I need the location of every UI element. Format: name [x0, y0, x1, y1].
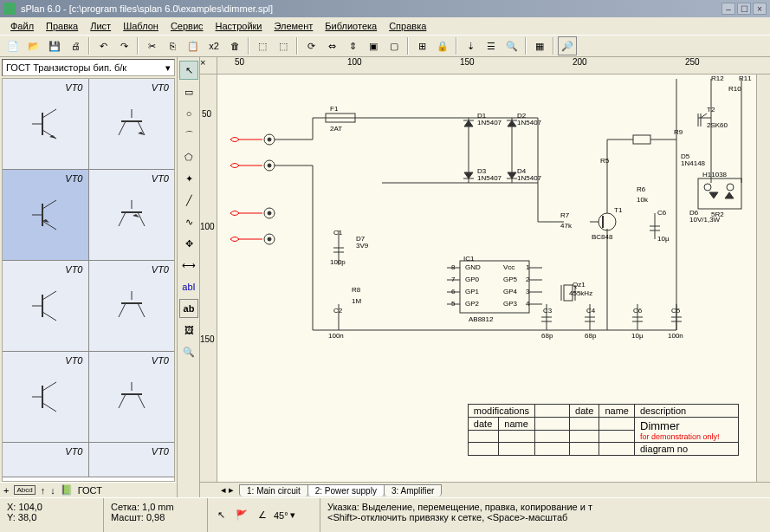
- status-x: X: 104,0: [7, 502, 96, 512]
- front-button[interactable]: ▣: [364, 36, 383, 55]
- maximize-button[interactable]: ☐: [737, 3, 751, 15]
- library-item[interactable]: VT0: [3, 79, 89, 169]
- svg-line-26: [119, 303, 126, 317]
- svg-marker-56: [508, 120, 516, 127]
- menu-settings[interactable]: Настройки: [210, 19, 268, 33]
- comp-ref: R5: [600, 157, 609, 165]
- lib-add-icon[interactable]: +: [3, 485, 9, 496]
- svg-rect-112: [698, 178, 741, 209]
- library-item[interactable]: VT0: [89, 261, 175, 351]
- comp-ref: R8: [352, 286, 360, 294]
- menu-sheet[interactable]: Лист: [85, 19, 116, 33]
- status-y: Y: 38,0: [7, 512, 96, 522]
- node-tool[interactable]: ✥: [179, 234, 198, 253]
- renumber-button[interactable]: ⇣: [461, 36, 480, 55]
- redo-button[interactable]: ↷: [114, 36, 133, 55]
- demo-note: for demonstration only!: [640, 432, 733, 441]
- library-item[interactable]: VT0: [3, 443, 89, 477]
- comp-val: AB8812: [469, 315, 493, 323]
- scrollbar-vertical[interactable]: [756, 75, 770, 482]
- print-button[interactable]: 🖨: [66, 36, 85, 55]
- polygon-tool[interactable]: ⬠: [179, 147, 198, 166]
- comp-val: 100n: [328, 332, 344, 340]
- pointer-tool[interactable]: ↖: [179, 61, 198, 80]
- mirror-h-button[interactable]: ⇔: [322, 36, 341, 55]
- menu-element[interactable]: Элемент: [269, 19, 318, 33]
- svg-point-41: [268, 164, 271, 167]
- drawing-canvas[interactable]: F1 2AT D1 1N5407 D2 1N5407 D3 1N5407 D4 …: [217, 75, 756, 482]
- lib-up-icon[interactable]: ↑: [41, 485, 46, 496]
- svg-marker-116: [709, 192, 718, 198]
- open-button[interactable]: 📂: [24, 36, 43, 55]
- back-button[interactable]: ▢: [385, 36, 404, 55]
- save-button[interactable]: 💾: [45, 36, 64, 55]
- library-item[interactable]: VT0: [89, 79, 175, 169]
- minimize-button[interactable]: –: [721, 3, 735, 15]
- circle-tool[interactable]: ○: [179, 104, 198, 123]
- menu-service[interactable]: Сервис: [165, 19, 209, 33]
- library-item[interactable]: VT0: [3, 261, 89, 351]
- grid-button[interactable]: ▦: [530, 36, 549, 55]
- menu-help[interactable]: Справка: [384, 19, 431, 33]
- chevron-down-icon[interactable]: ▾: [290, 509, 295, 521]
- bezier-tool[interactable]: ∿: [179, 212, 198, 231]
- ungroup-button[interactable]: ⬚: [274, 36, 293, 55]
- special-tool[interactable]: ✦: [179, 169, 198, 188]
- chevron-down-icon: ▾: [165, 62, 171, 74]
- undo-button[interactable]: ↶: [94, 36, 113, 55]
- find-button[interactable]: 🔍: [502, 36, 521, 55]
- svg-line-13: [42, 221, 56, 230]
- comp-ref: F1: [330, 105, 338, 113]
- library-item-selected[interactable]: VT0: [3, 170, 89, 260]
- sheet-tab[interactable]: 3: Amplifier: [384, 484, 442, 496]
- svg-line-17: [119, 212, 126, 226]
- status-flag-button[interactable]: 🚩: [232, 506, 251, 525]
- line-tool[interactable]: ╱: [179, 191, 198, 210]
- sheet-tab[interactable]: 1: Main circuit: [239, 484, 308, 496]
- arc-tool[interactable]: ⌒: [179, 126, 198, 145]
- snap-button[interactable]: ⊞: [412, 36, 431, 55]
- library-item[interactable]: VT0: [89, 170, 175, 260]
- lib-down-icon[interactable]: ↓: [50, 485, 55, 496]
- menu-template[interactable]: Шаблон: [118, 19, 164, 33]
- text-tool[interactable]: abI: [179, 277, 198, 296]
- zoom-tool[interactable]: 🔍: [179, 342, 198, 361]
- group-button[interactable]: ⬚: [253, 36, 272, 55]
- sheet-nav-icon[interactable]: ◂ ▸: [221, 484, 234, 496]
- zoom-button[interactable]: 🔎: [558, 36, 577, 55]
- comp-ref: C6: [657, 209, 666, 217]
- cut-button[interactable]: ✂: [142, 36, 161, 55]
- lock-button[interactable]: 🔒: [433, 36, 452, 55]
- mirror-v-button[interactable]: ⇕: [343, 36, 362, 55]
- comp-ref: T1: [614, 206, 622, 214]
- menu-edit[interactable]: Правка: [41, 19, 83, 33]
- status-angle-button[interactable]: ∠: [253, 506, 272, 525]
- rotate-button[interactable]: ⟳: [301, 36, 320, 55]
- menu-file[interactable]: Файл: [5, 19, 39, 33]
- svg-line-31: [42, 403, 56, 412]
- library-select[interactable]: ГОСТ Транзисторы бип. б/к ▾: [2, 59, 175, 76]
- duplicate-button[interactable]: x2: [204, 36, 223, 55]
- comp-val: 1N4148: [681, 159, 705, 167]
- svg-line-12: [42, 200, 56, 209]
- list-button[interactable]: ☰: [482, 36, 501, 55]
- close-button[interactable]: ×: [753, 3, 767, 15]
- rect-tool[interactable]: ▭: [179, 82, 198, 101]
- copy-button[interactable]: ⎘: [163, 36, 182, 55]
- lib-book-icon[interactable]: 📗: [61, 484, 73, 496]
- sheet-tab-active[interactable]: 2: Power supply: [307, 484, 385, 496]
- image-tool[interactable]: 🖼: [179, 321, 198, 340]
- status-cursor-button[interactable]: ↖: [211, 506, 230, 525]
- status-scale: Масшт: 0,98: [111, 512, 200, 522]
- delete-button[interactable]: 🗑: [225, 36, 244, 55]
- new-button[interactable]: 📄: [3, 36, 23, 55]
- label-tool[interactable]: ab: [179, 299, 198, 318]
- svg-line-7: [119, 121, 126, 135]
- menu-library[interactable]: Библиотека: [320, 19, 382, 33]
- library-item[interactable]: VT0: [89, 443, 175, 477]
- library-item[interactable]: VT0: [89, 352, 175, 442]
- lib-field-icon[interactable]: Abcd: [14, 485, 35, 495]
- library-item[interactable]: VT0: [3, 352, 89, 442]
- paste-button[interactable]: 📋: [184, 36, 203, 55]
- dimension-tool[interactable]: ⟷: [179, 256, 198, 275]
